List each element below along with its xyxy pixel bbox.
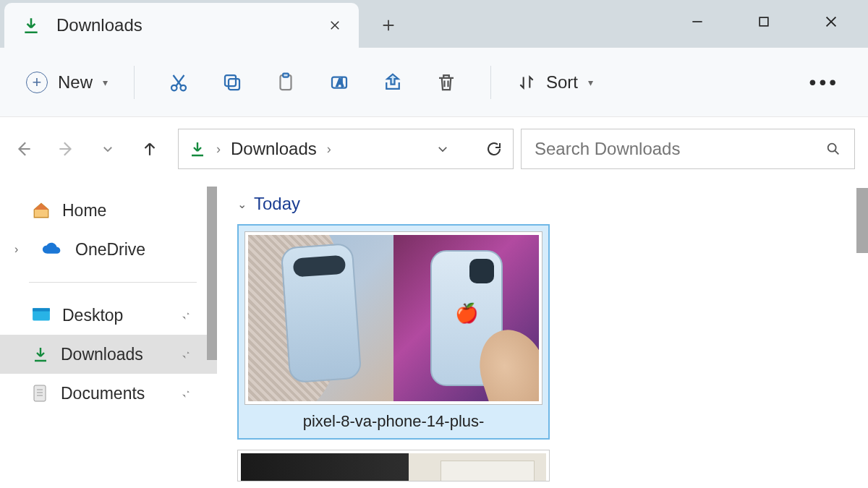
svg-rect-6 bbox=[283, 73, 289, 77]
sidebar-item-home[interactable]: Home bbox=[0, 191, 217, 230]
file-list: ⌄ Today 🍎 pixel-8-va-phone-14-plus- bbox=[217, 181, 868, 488]
documents-icon bbox=[32, 384, 49, 403]
share-button[interactable] bbox=[369, 62, 417, 103]
pin-icon bbox=[178, 309, 191, 322]
new-button-label: New bbox=[58, 72, 93, 93]
separator bbox=[134, 66, 135, 99]
sidebar-item-label: Downloads bbox=[61, 345, 143, 364]
new-tab-button[interactable] bbox=[369, 6, 408, 45]
maximize-button[interactable] bbox=[757, 14, 771, 29]
download-icon bbox=[32, 346, 49, 363]
file-thumbnail bbox=[237, 450, 550, 481]
nav-row: › Downloads › bbox=[0, 117, 868, 181]
address-bar[interactable]: › Downloads › bbox=[178, 129, 514, 169]
onedrive-icon bbox=[42, 242, 64, 257]
sidebar-item-downloads[interactable]: Downloads bbox=[0, 335, 217, 374]
chevron-down-icon: ⌄ bbox=[237, 197, 247, 211]
sidebar-item-label: Documents bbox=[61, 384, 145, 403]
chevron-down-icon: ▾ bbox=[103, 77, 108, 88]
pin-icon bbox=[178, 348, 191, 361]
recent-locations-button[interactable] bbox=[94, 135, 122, 163]
breadcrumb-separator: › bbox=[327, 142, 331, 157]
svg-rect-4 bbox=[225, 75, 236, 86]
plus-circle-icon: + bbox=[26, 72, 48, 93]
svg-rect-3 bbox=[229, 79, 239, 90]
svg-rect-0 bbox=[760, 17, 768, 26]
search-input[interactable] bbox=[535, 139, 825, 159]
forward-button[interactable] bbox=[52, 135, 80, 163]
nav-arrows bbox=[10, 135, 171, 163]
search-icon bbox=[825, 141, 841, 157]
tab-title: Downloads bbox=[56, 15, 324, 35]
address-dropdown-button[interactable] bbox=[436, 142, 449, 155]
sidebar-item-documents[interactable]: Documents bbox=[0, 374, 217, 413]
refresh-button[interactable] bbox=[485, 140, 503, 158]
svg-point-9 bbox=[828, 144, 836, 152]
chevron-down-icon: ▾ bbox=[588, 77, 593, 88]
sort-button-label: Sort bbox=[546, 72, 578, 93]
group-header-label: Today bbox=[254, 194, 300, 214]
svg-rect-11 bbox=[33, 308, 50, 311]
titlebar: Downloads bbox=[0, 0, 868, 48]
tab-downloads[interactable]: Downloads bbox=[4, 3, 359, 48]
close-window-button[interactable] bbox=[823, 14, 839, 30]
more-button[interactable]: ••• bbox=[801, 71, 848, 94]
svg-rect-12 bbox=[34, 385, 46, 401]
new-button[interactable]: + New ▾ bbox=[20, 67, 114, 98]
close-tab-button[interactable] bbox=[324, 14, 346, 36]
copy-button[interactable] bbox=[208, 62, 256, 103]
group-header-today[interactable]: ⌄ Today bbox=[237, 194, 862, 214]
svg-point-2 bbox=[181, 85, 187, 90]
search-box[interactable] bbox=[521, 129, 855, 169]
file-item-selected[interactable]: 🍎 pixel-8-va-phone-14-plus- bbox=[237, 224, 550, 440]
navigation-pane: Home › OneDrive Desktop Downloads bbox=[0, 181, 217, 488]
sort-button[interactable]: Sort ▾ bbox=[511, 68, 599, 97]
window-controls bbox=[690, 0, 868, 43]
toolbar: + New ▾ A Sort ▾ ••• bbox=[0, 48, 868, 117]
paste-button[interactable] bbox=[262, 62, 310, 103]
download-icon bbox=[22, 16, 41, 35]
breadcrumb-separator: › bbox=[216, 142, 221, 157]
file-name: pixel-8-va-phone-14-plus- bbox=[244, 405, 542, 434]
download-icon bbox=[189, 140, 206, 158]
rename-button[interactable]: A bbox=[315, 62, 363, 103]
cut-button[interactable] bbox=[155, 62, 203, 103]
sort-icon bbox=[517, 73, 536, 92]
file-thumbnail: 🍎 bbox=[244, 231, 542, 405]
main-scrollbar[interactable] bbox=[856, 188, 868, 253]
sidebar-item-label: OneDrive bbox=[75, 240, 145, 260]
sidebar-item-label: Home bbox=[62, 201, 106, 221]
svg-point-1 bbox=[171, 85, 177, 90]
pin-icon bbox=[178, 387, 191, 400]
delete-button[interactable] bbox=[422, 62, 470, 103]
file-item[interactable] bbox=[237, 450, 550, 481]
sidebar-item-label: Desktop bbox=[62, 306, 123, 325]
breadcrumb-folder[interactable]: Downloads bbox=[231, 139, 317, 159]
home-icon bbox=[32, 201, 51, 220]
minimize-button[interactable] bbox=[690, 14, 705, 29]
sidebar-scrollbar[interactable] bbox=[207, 187, 217, 360]
expand-chevron-icon[interactable]: › bbox=[14, 243, 30, 256]
content-area: Home › OneDrive Desktop Downloads bbox=[0, 181, 868, 488]
back-button[interactable] bbox=[10, 135, 38, 163]
sidebar-item-desktop[interactable]: Desktop bbox=[0, 296, 217, 335]
sidebar-item-onedrive[interactable]: › OneDrive bbox=[0, 230, 217, 269]
up-button[interactable] bbox=[136, 135, 163, 163]
desktop-icon bbox=[32, 307, 51, 323]
separator bbox=[490, 66, 491, 99]
sidebar-separator bbox=[29, 282, 197, 283]
